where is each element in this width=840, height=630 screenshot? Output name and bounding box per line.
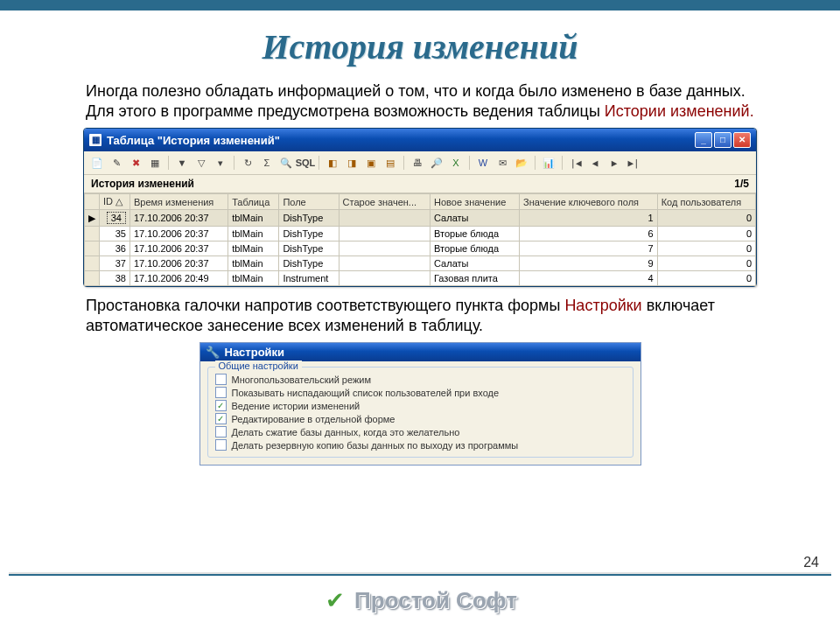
close-button[interactable]: ✕ — [733, 132, 751, 148]
desc2-text: Простановка галочки напротив соответству… — [86, 297, 564, 314]
cell-time: 17.10.2006 20:37 — [130, 256, 228, 271]
row-marker — [85, 227, 100, 242]
col-id[interactable]: ID △ — [100, 194, 130, 210]
col-old[interactable]: Старое значен... — [339, 194, 430, 210]
slide-description-2: Простановка галочки напротив соответству… — [86, 296, 754, 335]
grid-icon[interactable]: ▦ — [147, 155, 163, 171]
history-grid[interactable]: ID △ Время изменения Таблица Поле Старое… — [84, 193, 756, 286]
word-icon[interactable]: W — [475, 155, 491, 171]
option-label: Делать сжатие базы данных, когда это жел… — [232, 427, 460, 438]
prev-record-icon[interactable]: ◀ — [587, 155, 603, 171]
table-row[interactable]: ▶3417.10.2006 20:37tblMainDishTypeСалаты… — [85, 210, 756, 227]
cell-old — [339, 242, 430, 256]
col-new[interactable]: Новое значение — [430, 194, 520, 210]
minimize-button[interactable]: _ — [695, 132, 712, 148]
last-record-icon[interactable]: ▶| — [626, 155, 641, 171]
col-field[interactable]: Поле — [279, 194, 339, 210]
edit-icon[interactable]: ✎ — [108, 155, 124, 171]
checkbox-icon[interactable] — [215, 400, 227, 411]
delete-icon[interactable]: ✖ — [128, 155, 144, 171]
cell-field: DishType — [279, 227, 339, 242]
cell-id: 35 — [100, 227, 130, 242]
filter-apply-icon[interactable]: ▾ — [213, 155, 228, 171]
table-row[interactable]: 3717.10.2006 20:37tblMainDishTypeСалаты9… — [85, 256, 756, 271]
option-label: Редактирование в отдельной форме — [232, 414, 396, 424]
tool-a-icon[interactable]: ◧ — [325, 155, 340, 171]
cell-user: 0 — [657, 271, 755, 286]
cell-time: 17.10.2006 20:37 — [130, 227, 228, 242]
settings-groupbox: Общие настройки Многопользовательский ре… — [207, 367, 634, 458]
info-label: История изменений — [91, 178, 194, 190]
filter-icon[interactable]: ▼ — [174, 155, 190, 171]
cell-table: tblMain — [228, 242, 279, 256]
settings-option[interactable]: Делать резервную копию базы данных по вы… — [215, 438, 626, 452]
window-title: Таблица "История изменений" — [107, 134, 280, 147]
mail-icon[interactable]: ✉ — [494, 155, 510, 171]
maximize-button[interactable]: □ — [714, 132, 732, 148]
cell-id: 38 — [100, 271, 130, 286]
table-row[interactable]: 3817.10.2006 20:49tblMainInstrumentГазов… — [85, 271, 756, 286]
cell-key: 4 — [520, 271, 658, 286]
chart-icon[interactable]: 📊 — [541, 155, 556, 171]
filter-clear-icon[interactable]: ▽ — [193, 155, 209, 171]
table-row[interactable]: 3617.10.2006 20:37tblMainDishTypeВторые … — [85, 242, 756, 256]
table-info-row: История изменений 1/5 — [84, 175, 756, 193]
cell-table: tblMain — [228, 210, 279, 227]
cell-user: 0 — [657, 227, 755, 242]
sql-button[interactable]: SQL — [298, 155, 313, 171]
refresh-icon[interactable]: ↻ — [240, 155, 256, 171]
settings-option[interactable]: Ведение истории изменений — [215, 399, 626, 412]
tool-d-icon[interactable]: ▤ — [382, 155, 398, 171]
preview-icon[interactable]: 🔎 — [429, 155, 444, 171]
find-icon[interactable]: 🔍 — [278, 155, 294, 171]
settings-titlebar: 🔧 Настройки — [200, 343, 640, 361]
settings-option[interactable]: Редактирование в отдельной форме — [215, 412, 626, 425]
col-table[interactable]: Таблица — [228, 194, 279, 210]
group-legend: Общие настройки — [215, 360, 302, 371]
cell-table: tblMain — [228, 227, 279, 242]
window-titlebar: ▦ Таблица "История изменений" _ □ ✕ — [84, 129, 756, 151]
row-marker — [85, 242, 100, 256]
checkbox-icon[interactable] — [215, 413, 227, 424]
cell-new: Салаты — [430, 210, 520, 227]
cell-field: DishType — [279, 256, 339, 271]
tool-c-icon[interactable]: ▣ — [363, 155, 379, 171]
cell-old — [339, 271, 430, 286]
slide-top-bar — [0, 0, 840, 10]
settings-option[interactable]: Показывать ниспадающий список пользовате… — [215, 386, 626, 399]
tool-b-icon[interactable]: ◨ — [344, 155, 360, 171]
checkbox-icon[interactable] — [215, 387, 227, 398]
check-icon: ✔ — [323, 589, 347, 613]
cell-key: 9 — [520, 256, 658, 271]
option-label: Ведение истории изменений — [232, 401, 360, 411]
cell-new: Салаты — [430, 256, 520, 271]
next-record-icon[interactable]: ▶ — [606, 155, 622, 171]
option-label: Делать резервную копию базы данных по вы… — [232, 440, 519, 451]
footer: ✔ Простой Софт — [0, 587, 840, 614]
settings-title-text: Настройки — [225, 346, 285, 359]
first-record-icon[interactable]: |◀ — [568, 155, 584, 171]
col-key[interactable]: Значение ключевого поля — [520, 194, 658, 210]
option-label: Показывать ниспадающий список пользовате… — [232, 388, 500, 398]
cell-user: 0 — [657, 242, 755, 256]
settings-option[interactable]: Делать сжатие базы данных, когда это жел… — [215, 425, 626, 438]
cell-new: Вторые блюда — [430, 242, 520, 256]
col-time[interactable]: Время изменения — [130, 194, 228, 210]
info-count: 1/5 — [734, 178, 749, 190]
cell-user: 0 — [657, 210, 755, 227]
table-row[interactable]: 3517.10.2006 20:37tblMainDishTypeВторые … — [85, 227, 756, 242]
print-icon[interactable]: 🖶 — [410, 155, 425, 171]
window-icon: ▦ — [89, 134, 102, 146]
desc2-highlight: Настройки — [564, 297, 641, 314]
page-number: 24 — [803, 555, 819, 570]
new-icon[interactable]: 📄 — [89, 155, 105, 171]
excel-icon[interactable]: X — [448, 155, 464, 171]
checkbox-icon[interactable] — [215, 374, 227, 385]
open-icon[interactable]: 📂 — [514, 155, 529, 171]
cell-time: 17.10.2006 20:49 — [130, 271, 228, 286]
sum-icon[interactable]: Σ — [259, 155, 275, 171]
checkbox-icon[interactable] — [215, 426, 227, 438]
col-user[interactable]: Код пользователя — [657, 194, 755, 210]
checkbox-icon[interactable] — [215, 439, 227, 451]
settings-option[interactable]: Многопользовательский режим — [215, 373, 626, 386]
